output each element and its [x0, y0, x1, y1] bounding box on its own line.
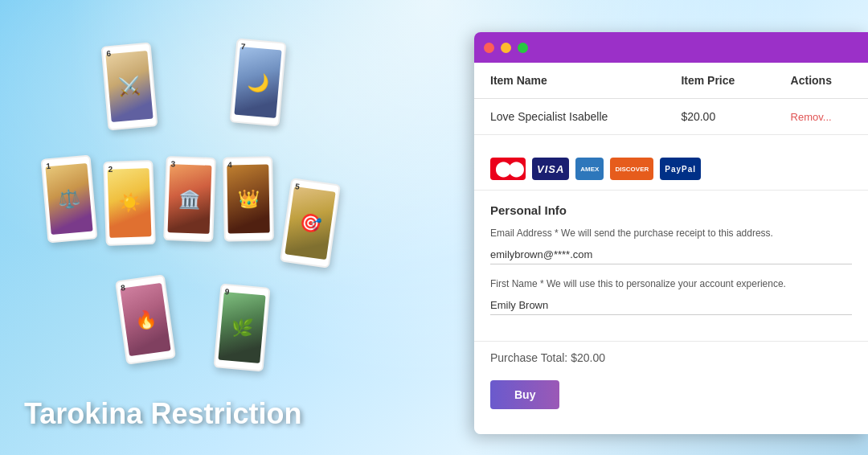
card-number-3: 3 [170, 159, 175, 168]
col-header-item-name: Item Name [474, 63, 665, 99]
remove-button[interactable]: Remov... [791, 111, 832, 123]
tarot-card-6: 6 ⚔️ [101, 42, 158, 130]
tarot-card-3: 3 🏛️ [163, 156, 216, 242]
first-name-label: First Name * We will use this to persona… [490, 277, 852, 291]
col-header-actions: Actions [775, 63, 868, 99]
discover-icon: DISCOVER [610, 158, 653, 180]
cart-item-name: Love Specialist Isabelle [474, 99, 665, 135]
card-art-5: 🎯 [285, 186, 336, 260]
card-detail-7: 🌙 [234, 46, 281, 118]
card-art-4: 👑 [227, 164, 270, 234]
card-number-4: 4 [227, 160, 232, 169]
tarot-card-9: 9 🌿 [214, 283, 271, 371]
browser-titlebar [474, 32, 868, 63]
card-art-1: ⚖️ [45, 162, 92, 235]
card-art-2: ☀️ [107, 168, 151, 239]
cart-row: Love Specialist Isabelle $20.00 Remov... [474, 99, 868, 135]
visa-icon: VISA [532, 158, 569, 180]
buy-button[interactable]: Buy [490, 380, 559, 409]
browser-window: Item Name Item Price Actions Love Specia… [474, 32, 868, 434]
card-number-9: 9 [224, 287, 230, 296]
card-art-8: 🔥 [120, 282, 171, 356]
card-detail-5: 🎯 [285, 186, 336, 260]
email-input[interactable] [490, 245, 852, 264]
tarot-card-1: 1 ⚖️ [41, 154, 98, 243]
form-section: Personal Info Email Address * We will se… [474, 191, 868, 341]
cart-item-price: $20.00 [665, 99, 774, 135]
card-detail-9: 🌿 [218, 291, 265, 363]
tarot-card-2: 2 ☀️ [103, 160, 156, 246]
traffic-light-red[interactable] [484, 43, 494, 53]
card-number-2: 2 [108, 165, 113, 174]
browser-content: Item Name Item Price Actions Love Specia… [474, 63, 868, 434]
col-header-item-price: Item Price [665, 63, 774, 99]
card-detail-8: 🔥 [120, 282, 171, 356]
card-detail-3: 🏛️ [167, 164, 211, 235]
traffic-light-green[interactable] [518, 43, 528, 53]
card-art-7: 🌙 [234, 46, 281, 118]
page-title: Tarokina Restriction [24, 397, 301, 431]
card-detail-1: ⚖️ [45, 162, 92, 235]
mastercard-icon: ⬤⬤ [490, 158, 526, 180]
tarot-card-4: 4 👑 [223, 156, 274, 241]
card-detail-2: ☀️ [107, 168, 151, 239]
form-section-title: Personal Info [490, 203, 852, 217]
card-number-7: 7 [240, 42, 246, 51]
traffic-light-yellow[interactable] [501, 43, 511, 53]
card-detail-6: ⚔️ [105, 50, 153, 122]
tarot-card-5: 5 🎯 [280, 178, 341, 268]
card-number-1: 1 [46, 162, 51, 170]
email-label: Email Address * We will send the purchas… [490, 227, 852, 240]
card-art-3: 🏛️ [167, 164, 211, 235]
cart-table: Item Name Item Price Actions Love Specia… [474, 63, 868, 135]
card-number-5: 5 [294, 182, 300, 191]
paypal-icon: PayPal [660, 158, 701, 180]
purchase-total: Purchase Total: $20.00 [474, 341, 868, 374]
card-detail-4: 👑 [227, 164, 270, 234]
tarot-card-7: 7 🌙 [230, 38, 287, 126]
card-art-9: 🌿 [218, 291, 265, 363]
card-number-6: 6 [106, 49, 112, 58]
tarot-card-8: 8 🔥 [115, 274, 176, 365]
left-section: 6 ⚔️ 7 🌙 1 ⚖️ 2 ☀️ [0, 0, 466, 455]
card-number-8: 8 [120, 283, 125, 293]
amex-icon: AMEX [575, 158, 604, 180]
card-art-6: ⚔️ [105, 50, 153, 122]
payment-icons: ⬤⬤ VISA AMEX DISCOVER PayPal [474, 148, 868, 191]
first-name-input[interactable] [490, 296, 852, 315]
